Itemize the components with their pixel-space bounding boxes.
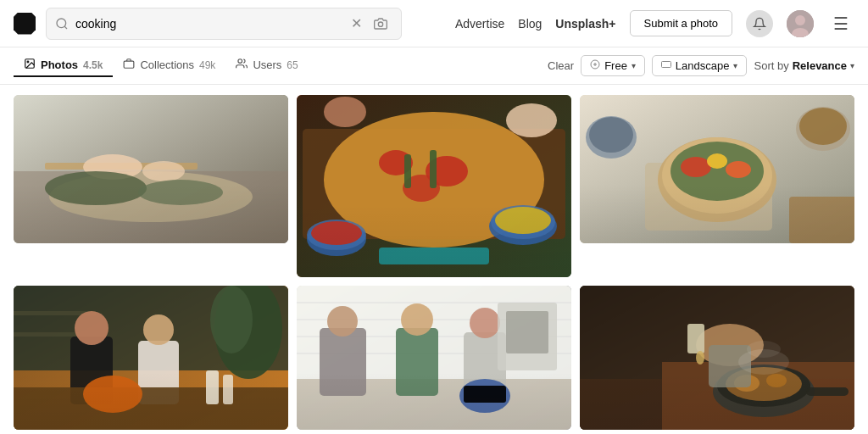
submit-photo-button[interactable]: Submit a photo [630,10,732,36]
nav-unsplash-plus[interactable]: Unsplash+ [555,17,615,31]
svg-rect-49 [789,197,854,243]
svg-point-75 [401,303,433,336]
svg-rect-15 [45,163,198,170]
photos-tab-label: Photos [41,58,78,71]
svg-rect-59 [138,341,179,404]
svg-point-0 [57,19,66,28]
free-filter-label: Free [604,59,627,72]
nav-blog[interactable]: Blog [518,17,542,31]
svg-rect-53 [14,311,96,315]
nav-advertise[interactable]: Advertise [455,17,504,31]
photo-item-4[interactable] [14,286,288,430]
free-filter-icon [590,59,600,72]
users-tab-label: Users [253,58,281,71]
user-avatar[interactable] [787,10,814,37]
svg-point-44 [707,153,727,169]
svg-point-19 [138,180,223,205]
clear-filter-button[interactable]: Clear [548,59,574,72]
free-filter-pill[interactable]: Free ▾ [581,55,645,76]
unsplash-logo[interactable] [14,13,36,35]
photo-item-1[interactable] [14,95,288,243]
svg-point-46 [589,117,633,153]
svg-rect-79 [464,386,506,403]
photo-image-6 [580,286,854,430]
svg-point-87 [717,364,810,407]
svg-point-18 [45,171,147,205]
svg-line-1 [64,26,67,29]
photo-grid [14,95,854,430]
svg-point-28 [307,222,366,256]
photo-item-5[interactable] [297,286,571,430]
svg-point-42 [681,157,711,177]
svg-rect-50 [14,286,288,430]
svg-rect-91 [806,387,849,396]
tab-users[interactable]: Users 65 [225,54,308,77]
sort-chevron: ▾ [850,61,854,70]
search-clear-button[interactable]: ✕ [351,17,362,31]
svg-rect-54 [14,332,79,337]
search-input[interactable] [75,17,344,31]
filter-tabs: Photos 4.5k Collections 49k Users 65 [14,54,309,77]
tab-collections[interactable]: Collections 49k [113,54,225,77]
svg-point-77 [470,308,500,338]
svg-point-33 [495,207,551,234]
avatar-image [787,10,814,37]
svg-rect-93 [709,345,751,387]
svg-rect-11 [661,62,670,68]
svg-rect-83 [580,286,854,430]
svg-rect-64 [223,375,233,404]
svg-point-35 [506,103,557,137]
svg-rect-8 [125,61,135,68]
photo-item-3[interactable] [580,95,854,243]
svg-rect-21 [303,129,565,239]
svg-point-56 [210,286,253,353]
photo-image-2 [297,95,571,277]
svg-point-14 [49,171,253,222]
svg-rect-76 [464,332,506,398]
photo-item-6[interactable] [580,286,854,430]
svg-point-39 [658,137,776,222]
svg-rect-26 [404,154,411,188]
svg-rect-65 [297,286,571,430]
svg-point-16 [83,154,142,180]
free-filter-chevron: ▾ [632,61,636,70]
svg-rect-71 [297,379,571,430]
svg-point-92 [696,324,764,366]
svg-rect-66 [297,286,571,379]
svg-rect-81 [506,311,548,353]
svg-point-48 [799,108,847,145]
svg-rect-84 [580,379,854,430]
menu-button[interactable]: ☰ [827,10,854,37]
svg-rect-63 [206,370,219,404]
svg-point-32 [491,205,555,239]
collections-tab-label: Collections [140,58,194,71]
tab-photos[interactable]: Photos 4.5k [14,54,113,77]
filter-bar: Photos 4.5k Collections 49k Users 65 Cle… [0,47,868,85]
svg-point-7 [27,61,29,63]
svg-point-9 [238,59,242,64]
svg-point-95 [696,351,704,364]
svg-rect-12 [14,95,288,243]
svg-point-58 [75,311,108,345]
svg-point-89 [734,375,760,392]
svg-point-40 [662,137,772,214]
svg-point-36 [324,97,366,127]
collections-tab-icon [123,58,135,72]
photo-image-1 [14,95,288,243]
photos-tab-count: 4.5k [83,59,103,71]
svg-point-47 [796,107,850,151]
visual-search-button[interactable] [369,12,392,36]
search-bar: ✕ [46,8,402,40]
svg-point-41 [670,142,764,201]
orientation-filter-pill[interactable]: Landscape ▾ [652,55,748,76]
svg-point-45 [586,116,637,159]
photo-item-2[interactable] [297,95,571,277]
svg-rect-82 [580,286,854,430]
photo-image-5 [297,286,571,430]
svg-point-29 [307,220,366,250]
photo-image-4 [14,286,288,430]
svg-point-55 [214,286,282,379]
notifications-button[interactable] [746,10,773,37]
header: ✕ Advertise Blog Unsplash+ Submit a phot… [0,0,868,47]
sort-value-button[interactable]: Relevance [793,59,847,72]
